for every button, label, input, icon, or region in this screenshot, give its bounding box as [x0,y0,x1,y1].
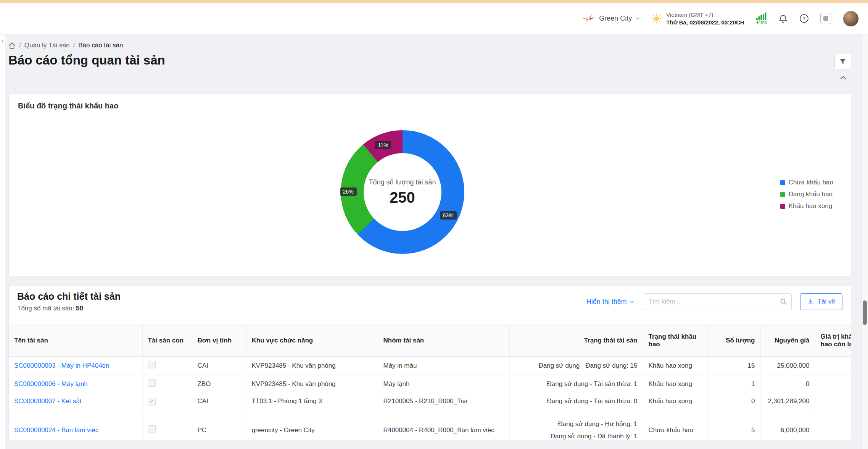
company-switcher[interactable]: Green City [582,12,640,25]
filter-button[interactable] [834,53,851,70]
col-header-unit: Đơn vị tính [192,325,246,357]
child-asset-cell [142,357,192,375]
region-label: Vietnam (GMT +7) [666,11,744,18]
legend-item-dang-khau-hao[interactable]: Đang khấu hao [780,191,833,198]
collapse-panel-button[interactable] [839,73,847,83]
table-header-row: Tên tài sản Tài sản con Đơn vị tính Khu … [9,325,851,357]
legend-label: Khấu hao xong [789,202,832,210]
unit-cell: ZBO [192,375,246,393]
user-avatar[interactable] [843,11,859,27]
locale-info: Vietnam (GMT +7) Thứ Ba, 02/08/2022, 03:… [652,11,744,26]
legend-swatch [780,180,785,185]
download-button[interactable]: Tải về [800,293,842,310]
child-asset-checkbox[interactable] [148,398,156,405]
status-cell: Đang sử dụng - Tài sản thừa: 1 [509,375,643,393]
group-cell: R2100005 - R210_R000_Tivi [378,393,509,410]
total-value: 50 [76,305,83,312]
locale-text: Vietnam (GMT +7) Thứ Ba, 02/08/2022, 03:… [666,11,744,26]
child-asset-checkbox[interactable] [148,361,156,368]
breadcrumb: / Quản lý Tài sản / Báo cáo tài sản [8,35,851,49]
home-icon[interactable] [8,42,16,49]
show-more-label: Hiển thị thêm [586,298,627,306]
asset-name-cell: SC000000003 - Máy in HP404dn [9,357,142,375]
asset-link[interactable]: SC000000003 - Máy in HP404dn [14,362,110,369]
breadcrumb-item-asset-report[interactable]: Báo cáo tài sản [78,42,123,49]
help-button[interactable]: ? [799,14,809,23]
remaining-value-cell [815,375,851,393]
help-icon: ? [799,14,809,23]
child-asset-checkbox[interactable] [148,379,156,387]
breadcrumb-item-asset-management[interactable]: Quản lý Tài sản [24,42,70,49]
asset-name-cell: SC000000007 - Két sắt [9,393,142,410]
col-header-asset-group: Nhóm tài sản [378,325,509,357]
col-header-quantity: Số lượng [709,325,760,357]
title-row: Báo cáo tổng quan tài sản [8,53,851,70]
asset-link[interactable]: SC000000007 - Két sắt [14,397,82,405]
latency-label: 44ms [756,20,767,25]
show-more-link[interactable]: Hiển thị thêm [586,298,634,306]
search-icon[interactable] [779,298,787,305]
filter-icon [839,58,847,65]
chevron-left-icon[interactable] [0,39,5,45]
unit-cell: PC [192,410,246,440]
remaining-value-cell [815,357,851,375]
legend-label: Chưa khấu hao [789,179,833,186]
legend-item-khau-hao-xong[interactable]: Khấu hao xong [780,202,833,210]
col-header-asset-status: Trạng thái tài sản [509,325,643,357]
quantity-cell: 15 [709,357,760,375]
company-name: Green City [599,15,632,23]
area-cell: KVP923485 - Khu văn phòng [246,375,378,393]
col-header-child-asset: Tài sản con [142,325,192,357]
legend-item-chua-khau-hao[interactable]: Chưa khấu hao [780,179,833,186]
area-cell: greencity - Green City [246,410,378,440]
asset-link[interactable]: SC000000006 - Máy lạnh [14,380,88,388]
scrollbar-thumb[interactable] [863,300,867,325]
slice-percent-badge: 63% [440,211,457,220]
original-price-cell: 25,000,000 [760,357,815,375]
app-screen: Green City [0,0,868,449]
bell-icon [778,14,788,23]
depreciation-status-cell: Khấu hao xong [643,375,709,393]
app-badge-icon[interactable] [820,13,831,24]
donut-center-label: Tổng số lượng tài sản [369,178,436,186]
asset-detail-card: Báo cáo chi tiết tài sản Tổng số mã tài … [8,285,851,440]
breadcrumb-separator: / [19,42,21,49]
slice-percent-badge: 26% [340,187,357,196]
detail-controls: Hiển thị thêm [586,293,842,310]
table-row: SC000000006 - Máy lạnh ZBO KVP923485 - K… [9,375,851,393]
collapse-icon [839,74,847,82]
app-badge-inner [823,16,828,21]
depreciation-status-cell: Chưa khấu hao [643,410,709,440]
detail-titles: Báo cáo chi tiết tài sản Tổng số mã tài … [17,291,121,312]
area-cell: TT03.1 - Phòng 1 tầng 3 [246,393,378,410]
search-input[interactable] [643,293,792,310]
original-price-cell: 0 [760,375,815,393]
company-logo-icon [582,12,596,25]
main-content: / Quản lý Tài sản / Báo cáo tài sản Báo … [5,35,868,449]
table-row: SC000000024 - Bàn làm việc PC greencity … [9,410,851,440]
donut-chart: Tổng số lượng tài sản 250 [341,130,464,254]
col-header-depreciation-status: Trạng thái khấu hao [643,325,709,357]
legend-swatch [780,204,785,209]
donut-center: Tổng số lượng tài sản 250 [364,153,441,231]
total-assets-label: Tổng số mã tài sản: 50 [17,305,121,312]
col-header-asset-name: Tên tài sản [9,325,142,357]
area-cell: KVP923485 - Khu văn phòng [246,357,378,375]
status-line: Đang sử dụng - Hư hỏng: 1 [558,420,638,428]
vertical-scrollbar[interactable] [862,35,868,449]
status-cell: Đang sử dụng - Tài sản thừa: 0 [509,393,643,410]
detail-title: Báo cáo chi tiết tài sản [17,291,121,302]
legend-label: Đang khấu hao [789,191,833,198]
legend-swatch [780,192,785,197]
col-header-functional-area: Khu vực chức năng [246,325,378,357]
quantity-cell: 1 [709,375,760,393]
notifications-button[interactable] [778,14,788,23]
chevron-down-icon [630,299,634,304]
status-cell: Đang sử dụng - Đang sử dụng: 15 [509,357,643,375]
chart-legend: Chưa khấu hao Đang khấu hao Khấu hao xon… [780,179,833,210]
asset-link[interactable]: SC000000024 - Bàn làm việc [14,426,98,434]
slice-percent-badge: 11% [375,141,391,149]
original-price-cell: 6,000,000 [760,410,815,440]
group-cell: R4000004 - R400_R000_Bàn làm việc [378,410,509,440]
child-asset-checkbox[interactable] [148,425,156,433]
